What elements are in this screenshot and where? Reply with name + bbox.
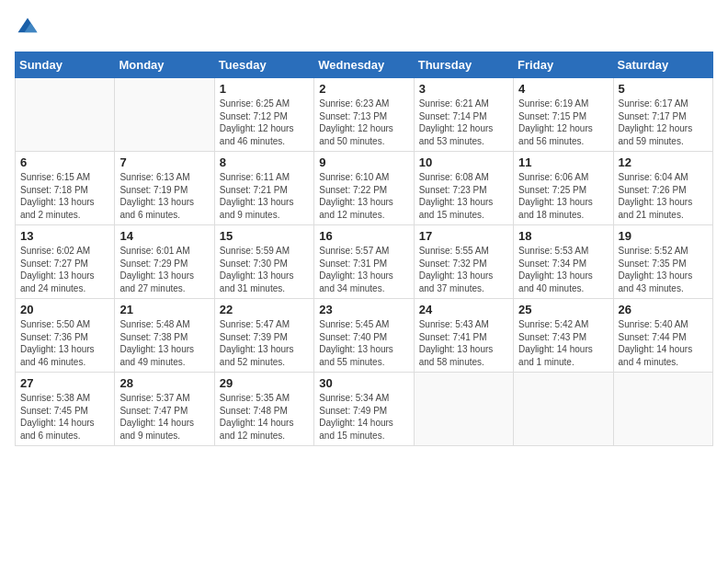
calendar-cell: 9Sunrise: 6:10 AM Sunset: 7:22 PM Daylig… (314, 152, 414, 225)
calendar-cell (16, 78, 115, 152)
calendar-cell: 30Sunrise: 5:34 AM Sunset: 7:49 PM Dayli… (314, 373, 414, 446)
calendar-cell: 13Sunrise: 6:02 AM Sunset: 7:27 PM Dayli… (16, 225, 115, 299)
day-info: Sunrise: 6:19 AM Sunset: 7:15 PM Dayligh… (518, 98, 608, 147)
weekday-header: Monday (115, 52, 214, 78)
day-info: Sunrise: 5:43 AM Sunset: 7:41 PM Dayligh… (419, 318, 508, 368)
day-number: 20 (20, 303, 109, 316)
day-number: 12 (619, 155, 708, 169)
weekday-header: Sunday (16, 52, 115, 78)
calendar-cell: 27Sunrise: 5:38 AM Sunset: 7:45 PM Dayli… (16, 373, 115, 446)
calendar-cell: 17Sunrise: 5:55 AM Sunset: 7:32 PM Dayli… (414, 225, 513, 299)
day-info: Sunrise: 5:48 AM Sunset: 7:38 PM Dayligh… (119, 318, 209, 368)
day-number: 17 (419, 229, 508, 243)
day-number: 27 (20, 376, 109, 390)
day-number: 28 (119, 376, 209, 390)
calendar-cell: 20Sunrise: 5:50 AM Sunset: 7:36 PM Dayli… (16, 299, 115, 373)
calendar-cell: 23Sunrise: 5:45 AM Sunset: 7:40 PM Dayli… (314, 299, 414, 373)
day-info: Sunrise: 5:42 AM Sunset: 7:43 PM Dayligh… (518, 318, 608, 368)
day-info: Sunrise: 5:55 AM Sunset: 7:32 PM Dayligh… (419, 245, 508, 294)
day-number: 3 (419, 82, 508, 96)
calendar-cell (514, 373, 613, 446)
day-info: Sunrise: 5:57 AM Sunset: 7:31 PM Dayligh… (319, 245, 408, 294)
day-number: 16 (319, 229, 408, 243)
day-info: Sunrise: 6:04 AM Sunset: 7:26 PM Dayligh… (619, 171, 708, 221)
day-number: 2 (319, 82, 408, 96)
day-info: Sunrise: 6:13 AM Sunset: 7:19 PM Dayligh… (119, 171, 209, 221)
day-number: 21 (119, 303, 209, 316)
day-info: Sunrise: 5:52 AM Sunset: 7:35 PM Dayligh… (619, 245, 708, 294)
weekday-header: Thursday (414, 52, 513, 78)
day-info: Sunrise: 6:11 AM Sunset: 7:21 PM Dayligh… (220, 171, 309, 221)
day-number: 22 (220, 303, 309, 316)
logo (15, 15, 44, 40)
calendar-cell: 2Sunrise: 6:23 AM Sunset: 7:13 PM Daylig… (314, 78, 414, 152)
day-info: Sunrise: 5:45 AM Sunset: 7:40 PM Dayligh… (319, 318, 408, 368)
calendar-cell: 24Sunrise: 5:43 AM Sunset: 7:41 PM Dayli… (414, 299, 513, 373)
calendar-cell: 28Sunrise: 5:37 AM Sunset: 7:47 PM Dayli… (115, 373, 214, 446)
day-info: Sunrise: 5:34 AM Sunset: 7:49 PM Dayligh… (319, 392, 408, 442)
day-number: 10 (419, 155, 508, 169)
calendar-cell: 21Sunrise: 5:48 AM Sunset: 7:38 PM Dayli… (115, 299, 214, 373)
day-info: Sunrise: 5:47 AM Sunset: 7:39 PM Dayligh… (220, 318, 309, 368)
calendar-cell: 7Sunrise: 6:13 AM Sunset: 7:19 PM Daylig… (115, 152, 214, 225)
day-info: Sunrise: 6:06 AM Sunset: 7:25 PM Dayligh… (518, 171, 608, 221)
calendar-cell: 1Sunrise: 6:25 AM Sunset: 7:12 PM Daylig… (214, 78, 313, 152)
calendar-cell: 15Sunrise: 5:59 AM Sunset: 7:30 PM Dayli… (214, 225, 313, 299)
calendar-cell: 3Sunrise: 6:21 AM Sunset: 7:14 PM Daylig… (414, 78, 513, 152)
day-number: 4 (518, 82, 608, 96)
day-number: 14 (119, 229, 209, 243)
day-info: Sunrise: 6:21 AM Sunset: 7:14 PM Dayligh… (419, 98, 508, 147)
weekday-header: Saturday (613, 52, 712, 78)
calendar-cell: 26Sunrise: 5:40 AM Sunset: 7:44 PM Dayli… (613, 299, 712, 373)
calendar-week-row: 1Sunrise: 6:25 AM Sunset: 7:12 PM Daylig… (16, 78, 713, 152)
day-info: Sunrise: 5:59 AM Sunset: 7:30 PM Dayligh… (220, 245, 309, 294)
day-number: 19 (619, 229, 708, 243)
weekday-header-row: SundayMondayTuesdayWednesdayThursdayFrid… (16, 52, 713, 78)
weekday-header: Friday (514, 52, 613, 78)
calendar-week-row: 27Sunrise: 5:38 AM Sunset: 7:45 PM Dayli… (16, 373, 713, 446)
calendar-week-row: 13Sunrise: 6:02 AM Sunset: 7:27 PM Dayli… (16, 225, 713, 299)
calendar-week-row: 20Sunrise: 5:50 AM Sunset: 7:36 PM Dayli… (16, 299, 713, 373)
calendar-cell: 16Sunrise: 5:57 AM Sunset: 7:31 PM Dayli… (314, 225, 414, 299)
day-info: Sunrise: 6:02 AM Sunset: 7:27 PM Dayligh… (20, 245, 109, 294)
day-number: 7 (119, 155, 209, 169)
day-info: Sunrise: 6:23 AM Sunset: 7:13 PM Dayligh… (319, 98, 408, 147)
day-info: Sunrise: 6:25 AM Sunset: 7:12 PM Dayligh… (220, 98, 309, 147)
calendar-cell: 29Sunrise: 5:35 AM Sunset: 7:48 PM Dayli… (214, 373, 313, 446)
day-info: Sunrise: 6:10 AM Sunset: 7:22 PM Dayligh… (319, 171, 408, 221)
calendar-cell: 18Sunrise: 5:53 AM Sunset: 7:34 PM Dayli… (514, 225, 613, 299)
day-number: 23 (319, 303, 408, 316)
calendar-cell: 8Sunrise: 6:11 AM Sunset: 7:21 PM Daylig… (214, 152, 313, 225)
day-info: Sunrise: 6:15 AM Sunset: 7:18 PM Dayligh… (20, 171, 109, 221)
calendar-cell: 10Sunrise: 6:08 AM Sunset: 7:23 PM Dayli… (414, 152, 513, 225)
calendar-cell (115, 78, 214, 152)
day-number: 29 (220, 376, 309, 390)
day-info: Sunrise: 5:40 AM Sunset: 7:44 PM Dayligh… (619, 318, 708, 368)
calendar-cell: 12Sunrise: 6:04 AM Sunset: 7:26 PM Dayli… (613, 152, 712, 225)
day-number: 9 (319, 155, 408, 169)
day-number: 24 (419, 303, 508, 316)
day-info: Sunrise: 5:38 AM Sunset: 7:45 PM Dayligh… (20, 392, 109, 442)
day-info: Sunrise: 5:50 AM Sunset: 7:36 PM Dayligh… (20, 318, 109, 368)
day-number: 30 (319, 376, 408, 390)
calendar-cell (414, 373, 513, 446)
calendar-table: SundayMondayTuesdayWednesdayThursdayFrid… (15, 52, 713, 446)
calendar-cell: 6Sunrise: 6:15 AM Sunset: 7:18 PM Daylig… (16, 152, 115, 225)
day-info: Sunrise: 6:08 AM Sunset: 7:23 PM Dayligh… (419, 171, 508, 221)
day-number: 15 (220, 229, 309, 243)
day-number: 5 (619, 82, 708, 96)
day-number: 8 (220, 155, 309, 169)
day-info: Sunrise: 6:01 AM Sunset: 7:29 PM Dayligh… (119, 245, 209, 294)
day-info: Sunrise: 5:37 AM Sunset: 7:47 PM Dayligh… (119, 392, 209, 442)
day-info: Sunrise: 5:53 AM Sunset: 7:34 PM Dayligh… (518, 245, 608, 294)
day-number: 13 (20, 229, 109, 243)
day-number: 26 (619, 303, 708, 316)
calendar-cell: 4Sunrise: 6:19 AM Sunset: 7:15 PM Daylig… (514, 78, 613, 152)
page-header (15, 15, 713, 40)
calendar-cell (613, 373, 712, 446)
day-number: 25 (518, 303, 608, 316)
calendar-cell: 25Sunrise: 5:42 AM Sunset: 7:43 PM Dayli… (514, 299, 613, 373)
day-number: 1 (220, 82, 309, 96)
weekday-header: Tuesday (214, 52, 313, 78)
day-info: Sunrise: 6:17 AM Sunset: 7:17 PM Dayligh… (619, 98, 708, 147)
